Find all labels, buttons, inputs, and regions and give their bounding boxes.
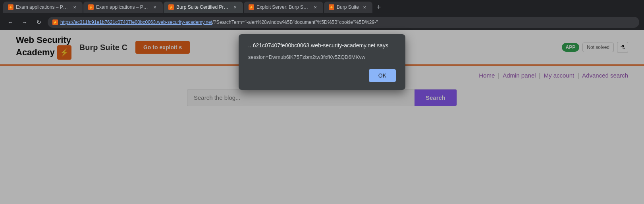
url-text: https://ac311fc91e1b7621c07407fe00bc0063… [60, 19, 378, 25]
url-domain: ac311fc91e1b7621c07407fe00bc0063.web-sec… [75, 19, 212, 25]
tab-1[interactable]: ⚡ Exam applications – PortSwigg ✕ [3, 2, 83, 13]
browser-chrome: ⚡ Exam applications – PortSwigg ✕ ⚡ Exam… [0, 0, 644, 30]
tab-1-close[interactable]: ✕ [71, 4, 78, 10]
tab-4[interactable]: ⚡ Exploit Server: Burp Suite Cert ✕ [244, 2, 323, 13]
page-content: Web Security Academy ⚡ Burp Suite C Go t… [0, 30, 644, 204]
tab-4-favicon: ⚡ [249, 4, 254, 10]
back-button[interactable]: ← [5, 17, 16, 28]
url-https: https:// [60, 19, 75, 25]
tab-3-close[interactable]: ✕ [232, 4, 238, 10]
tab-2-title: Exam applications – PortSwigg [96, 4, 149, 10]
tab-5-title: Burp Suite [337, 4, 359, 10]
dialog-overlay: ...621c07407fe00bc0063.web-security-acad… [0, 30, 644, 204]
tab-4-close[interactable]: ✕ [312, 4, 318, 10]
tab-5-close[interactable]: ✕ [361, 4, 368, 10]
forward-button[interactable]: → [19, 17, 30, 28]
tab-1-title: Exam applications – PortSwigg [16, 4, 69, 10]
tab-5[interactable]: ⚡ Burp Suite ✕ [324, 2, 372, 13]
address-bar: ← → ↻ ⚡ https://ac311fc91e1b7621c07407fe… [0, 14, 644, 30]
dialog-message: session=Dwmub6iK75Fzbm2tw3fxfKv5ZQD6MKvw [248, 53, 396, 61]
reload-button[interactable]: ↻ [33, 17, 44, 28]
dialog-ok-button[interactable]: OK [369, 69, 396, 82]
dialog-title: ...621c07407fe00bc0063.web-security-acad… [248, 42, 396, 49]
tab-3-favicon: ⚡ [168, 4, 174, 10]
tab-5-favicon: ⚡ [329, 4, 334, 10]
tab-1-favicon: ⚡ [8, 4, 13, 10]
url-path: /?SearchTerm="-alert%28window%5B"documen… [212, 19, 378, 25]
dialog-box: ...621c07407fe00bc0063.web-security-acad… [239, 34, 405, 90]
site-favicon: ⚡ [52, 19, 58, 25]
new-tab-button[interactable]: + [373, 2, 384, 13]
tab-2-favicon: ⚡ [88, 4, 94, 10]
tab-bar: ⚡ Exam applications – PortSwigg ✕ ⚡ Exam… [0, 0, 644, 14]
tab-2[interactable]: ⚡ Exam applications – PortSwigg ✕ [83, 2, 163, 13]
tab-3-title: Burp Suite Certified Practition [176, 4, 229, 10]
tab-3[interactable]: ⚡ Burp Suite Certified Practition ✕ [164, 2, 243, 13]
dialog-actions: OK [248, 69, 396, 82]
url-bar[interactable]: ⚡ https://ac311fc91e1b7621c07407fe00bc00… [48, 17, 639, 28]
tab-4-title: Exploit Server: Burp Suite Cert [256, 4, 310, 10]
tab-2-close[interactable]: ✕ [152, 4, 158, 10]
